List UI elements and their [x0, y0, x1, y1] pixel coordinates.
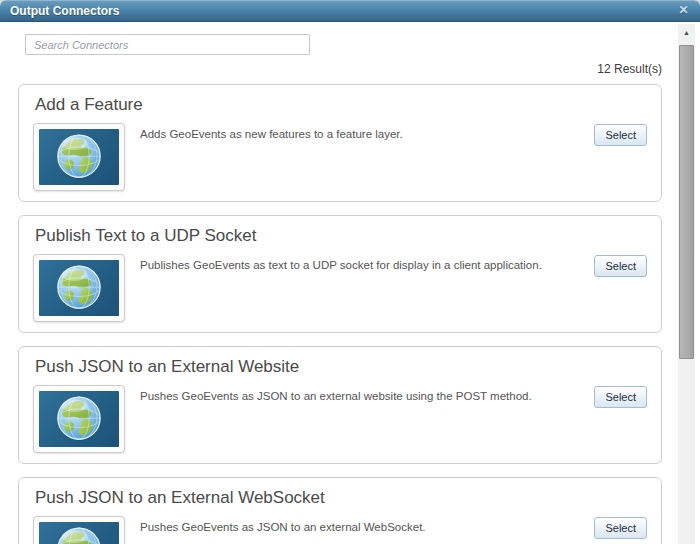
globe-icon	[54, 394, 104, 444]
connector-description: Pushes GeoEvents as JSON to an external …	[140, 519, 584, 536]
globe-icon	[54, 263, 104, 313]
connector-list: Add a Feature Adds GeoEvents as new feat…	[18, 84, 662, 544]
vertical-scrollbar[interactable]: ▲	[678, 24, 695, 544]
connector-description: Adds GeoEvents as new features to a feat…	[140, 126, 584, 143]
close-icon[interactable]: ✕	[676, 3, 691, 18]
connector-thumbnail	[33, 516, 125, 544]
globe-icon	[54, 132, 104, 182]
output-connectors-dialog: Output Connectors ✕ 12 Result(s) Add a F…	[0, 0, 700, 544]
connector-thumbnail	[33, 254, 125, 322]
dialog-body: 12 Result(s) Add a Feature Adds GeoEvent…	[0, 23, 700, 544]
search-input[interactable]	[25, 34, 310, 55]
select-button[interactable]: Select	[594, 124, 647, 146]
scrollbar-thumb[interactable]	[679, 45, 694, 359]
connector-thumbnail	[33, 123, 125, 191]
connector-description: Pushes GeoEvents as JSON to an external …	[140, 388, 584, 405]
results-count: 12 Result(s)	[0, 62, 662, 76]
select-button[interactable]: Select	[594, 386, 647, 408]
select-button[interactable]: Select	[594, 255, 647, 277]
connector-title: Add a Feature	[35, 95, 647, 115]
connector-card-push-json-websocket: Push JSON to an External WebSocket Pushe…	[18, 477, 662, 544]
dialog-title: Output Connectors	[10, 4, 119, 18]
globe-icon	[54, 525, 104, 544]
dialog-titlebar: Output Connectors ✕	[0, 0, 700, 22]
connector-title: Publish Text to a UDP Socket	[35, 226, 647, 246]
connector-title: Push JSON to an External Website	[35, 357, 647, 377]
connector-description: Publishes GeoEvents as text to a UDP soc…	[140, 257, 584, 274]
connector-card-add-a-feature: Add a Feature Adds GeoEvents as new feat…	[18, 84, 662, 202]
scrollbar-up-arrow-icon[interactable]: ▲	[678, 24, 695, 41]
connector-card-publish-text-udp: Publish Text to a UDP Socket Publishes G…	[18, 215, 662, 333]
connector-title: Push JSON to an External WebSocket	[35, 488, 647, 508]
connector-card-push-json-website: Push JSON to an External Website Pushes …	[18, 346, 662, 464]
connector-thumbnail	[33, 385, 125, 453]
select-button[interactable]: Select	[594, 517, 647, 539]
